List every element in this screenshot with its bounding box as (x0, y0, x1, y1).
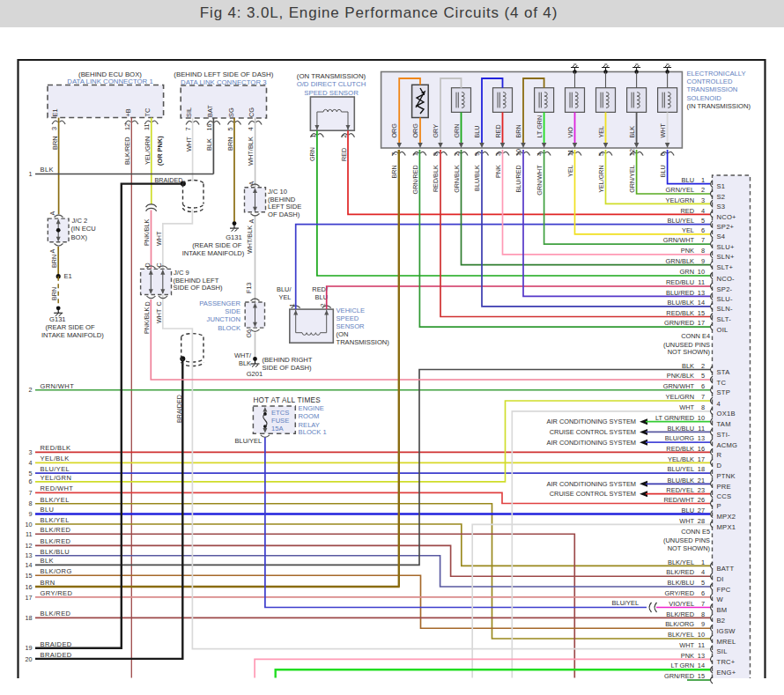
svg-text:2: 2 (701, 186, 705, 194)
svg-text:INTAKE MANIFOLD): INTAKE MANIFOLD) (182, 249, 245, 257)
svg-text:3: 3 (50, 127, 58, 130)
svg-text:17: 17 (698, 455, 705, 463)
svg-text:S1: S1 (717, 182, 726, 190)
svg-text:BLU/ORG: BLU/ORG (665, 434, 695, 442)
svg-text:WHT: WHT (155, 308, 163, 323)
svg-text:2: 2 (29, 386, 33, 394)
svg-text:DI: DI (717, 575, 724, 583)
svg-text:1: 1 (701, 558, 705, 566)
svg-text:LT GRN: LT GRN (536, 115, 544, 138)
svg-text:SLT-: SLT- (717, 315, 732, 323)
svg-text:GRN/BLK: GRN/BLK (666, 257, 695, 265)
svg-text:BLK/YEL: BLK/YEL (41, 516, 70, 524)
svg-text:BRN: BRN (51, 136, 59, 150)
svg-text:8: 8 (701, 247, 705, 255)
svg-text:16: 16 (26, 583, 33, 591)
svg-text:(BEHIND LEFT: (BEHIND LEFT (174, 277, 219, 285)
svg-text:PNK/BLK: PNK/BLK (143, 307, 151, 334)
svg-text:BLK: BLK (41, 557, 54, 565)
svg-text:YEL/BLK: YEL/BLK (41, 455, 70, 462)
svg-text:10: 10 (26, 521, 33, 529)
svg-text:RED/BLK: RED/BLK (666, 309, 694, 317)
svg-text:PASSENGER: PASSENGER (199, 299, 240, 307)
svg-text:G6: G6 (245, 329, 253, 338)
svg-text:15: 15 (26, 572, 33, 580)
svg-text:RED/BLK: RED/BLK (432, 165, 440, 192)
svg-text:11: 11 (698, 425, 705, 433)
svg-text:JUNCTION: JUNCTION (207, 315, 240, 323)
svg-text:SP2+: SP2+ (717, 223, 735, 231)
svg-text:STA: STA (717, 368, 731, 376)
svg-text:WHT: WHT (155, 231, 163, 246)
svg-text:WHT/BLK: WHT/BLK (246, 226, 254, 254)
svg-text:LT GRN/RED: LT GRN/RED (655, 414, 694, 422)
svg-text:CRUISE CONTROL SYSTEM: CRUISE CONTROL SYSTEM (550, 428, 636, 436)
svg-text:4: 4 (29, 459, 33, 467)
svg-text:WHT: WHT (659, 123, 667, 138)
svg-text:(REAR SIDE OF: (REAR SIDE OF (192, 241, 241, 249)
svg-text:C: C (155, 301, 163, 306)
svg-text:VIO: VIO (566, 127, 574, 138)
svg-text:F13: F13 (245, 283, 253, 293)
svg-text:15A: 15A (271, 425, 284, 433)
svg-text:GRN/WHT: GRN/WHT (663, 382, 695, 390)
svg-text:CONN E4: CONN E4 (681, 332, 710, 340)
svg-text:BOX): BOX) (71, 233, 88, 241)
svg-text:OX1B: OX1B (717, 410, 736, 418)
svg-text:3: 3 (494, 152, 502, 156)
svg-text:S4: S4 (717, 233, 726, 240)
svg-text:YEL: YEL (682, 226, 694, 234)
svg-text:SLU+: SLU+ (717, 243, 736, 251)
svg-text:PNK/BLK: PNK/BLK (143, 218, 151, 246)
svg-text:ETCS: ETCS (271, 409, 289, 417)
svg-text:GRN/WHT: GRN/WHT (41, 382, 75, 390)
svg-text:4: 4 (247, 127, 255, 130)
svg-text:BLU/YEL: BLU/YEL (668, 217, 694, 225)
svg-text:BLU/YEL: BLU/YEL (612, 599, 639, 607)
svg-text:GRY/RED: GRY/RED (664, 589, 694, 597)
svg-text:BLU: BLU (659, 165, 667, 177)
svg-text:12: 12 (26, 542, 33, 550)
svg-text:GRN/RED: GRN/RED (664, 672, 694, 680)
svg-text:10: 10 (698, 268, 705, 276)
svg-text:CG: CG (248, 107, 255, 117)
svg-text:D: D (144, 301, 152, 306)
svg-text:BLK/BLU: BLK/BLU (668, 425, 694, 433)
svg-text:(BEHIND ECU BOX): (BEHIND ECU BOX) (78, 70, 142, 78)
svg-text:BLU/BLK: BLU/BLK (473, 165, 481, 191)
svg-text:VIO/YEL: VIO/YEL (669, 600, 694, 608)
svg-text:1: 1 (701, 176, 705, 184)
svg-text:SLU-: SLU- (717, 295, 734, 303)
svg-text:A: A (48, 211, 56, 216)
svg-text:18: 18 (698, 465, 705, 473)
svg-text:BLK/ORG: BLK/ORG (665, 620, 694, 628)
svg-text:GRN/YEL: GRN/YEL (666, 186, 694, 194)
svg-text:PNK: PNK (681, 247, 694, 255)
svg-text:(BEHIND RIGHT: (BEHIND RIGHT (263, 356, 313, 364)
svg-text:Fig 4: 3.0L, Engine Performanc: Fig 4: 3.0L, Engine Performance Circuits… (200, 4, 558, 21)
svg-text:13: 13 (698, 652, 705, 660)
svg-text:BLK: BLK (205, 138, 213, 151)
svg-text:7: 7 (701, 236, 705, 244)
svg-text:BRAIDED: BRAIDED (175, 395, 183, 423)
svg-text:YEL/GRN: YEL/GRN (41, 474, 72, 482)
svg-text:BLK: BLK (628, 126, 636, 138)
svg-text:7: 7 (390, 152, 398, 156)
svg-text:(UNUSED PINS: (UNUSED PINS (663, 536, 710, 544)
svg-text:SLT+: SLT+ (717, 263, 734, 271)
svg-text:W: W (717, 595, 724, 603)
svg-text:P: P (717, 502, 721, 510)
svg-text:19: 19 (26, 644, 33, 652)
svg-text:BLU: BLU (41, 506, 55, 514)
svg-text:RELAY: RELAY (299, 421, 320, 429)
svg-text:5: 5 (29, 469, 33, 477)
svg-text:BLU: BLU (473, 126, 481, 138)
svg-text:BLOCK: BLOCK (218, 324, 240, 332)
svg-text:4: 4 (717, 400, 721, 408)
svg-text:BRN: BRN (41, 579, 55, 587)
svg-text:LEFT SIDE: LEFT SIDE (268, 203, 301, 211)
svg-text:5: 5 (701, 579, 705, 587)
svg-text:BLK/BLU: BLK/BLU (41, 548, 70, 556)
svg-text:GRN/YEL: GRN/YEL (628, 165, 636, 193)
svg-text:PTNK: PTNK (717, 472, 736, 480)
